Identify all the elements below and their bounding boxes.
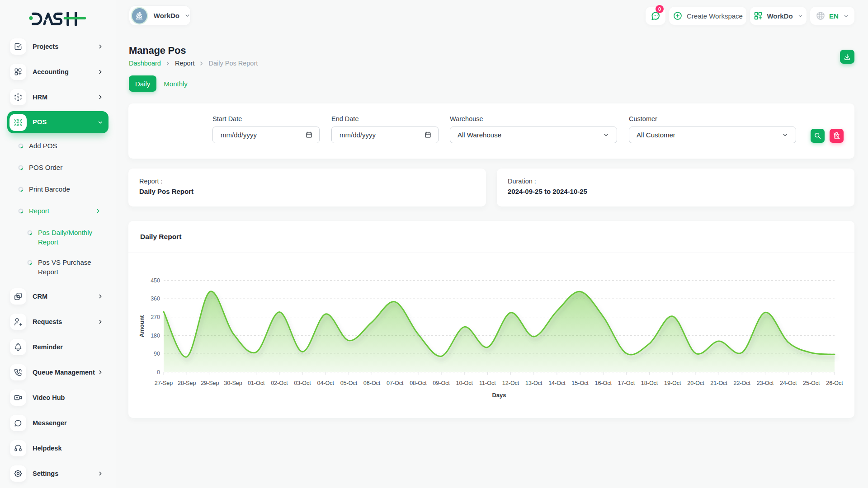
sidebar-item-queue-management[interactable]: Queue Management (0, 360, 116, 385)
phone-call-icon (10, 364, 26, 380)
svg-text:05-Oct: 05-Oct (340, 380, 358, 386)
workspace-switcher[interactable]: WorkDo (750, 7, 807, 25)
chart-card-header: Daily Report (128, 221, 854, 253)
cube-sphere-icon (10, 89, 26, 105)
svg-text:03-Oct: 03-Oct (294, 380, 311, 386)
ring-bullet-icon (18, 208, 24, 214)
settings-icon (10, 465, 26, 482)
svg-text:08-Oct: 08-Oct (410, 380, 427, 386)
chevron-right-icon (95, 208, 101, 214)
sidebar: Projects Accounting HRM POS Add POS (0, 0, 116, 488)
svg-text:06-Oct: 06-Oct (363, 380, 381, 386)
calendar-icon[interactable] (424, 131, 432, 139)
sidebar-item-requests[interactable]: Requests (0, 309, 116, 334)
start-date-label: Start Date (212, 115, 320, 122)
dash-logo[interactable] (29, 12, 86, 26)
customer-select[interactable]: All Customer (629, 127, 796, 143)
start-date-input[interactable]: mm/dd/yyyy (212, 127, 320, 143)
header-actions: 0 Create Workspace WorkDo EN (646, 7, 854, 25)
customer-value: All Customer (637, 131, 675, 139)
ring-bullet-icon (18, 143, 24, 149)
end-date-input[interactable]: mm/dd/yyyy (331, 127, 439, 143)
download-button[interactable] (840, 50, 854, 64)
breadcrumb-report[interactable]: Report (175, 60, 195, 67)
sidebar-item-add-pos[interactable]: Add POS (0, 135, 116, 157)
svg-text:16-Oct: 16-Oct (595, 380, 612, 386)
ring-bullet-icon (18, 165, 24, 170)
calendar-icon[interactable] (305, 131, 313, 139)
sidebar-item-accounting[interactable]: Accounting (0, 59, 116, 84)
chevron-down-icon (184, 13, 190, 19)
svg-text:11-Oct: 11-Oct (479, 380, 496, 386)
svg-text:07-Oct: 07-Oct (387, 380, 404, 386)
start-date-group: Start Date mm/dd/yyyy (212, 115, 320, 143)
breadcrumb-dashboard[interactable]: Dashboard (129, 60, 161, 67)
sidebar-item-projects[interactable]: Projects (0, 34, 116, 59)
chevron-right-icon (97, 69, 104, 75)
warehouse-value: All Warehouse (458, 131, 501, 139)
svg-text:09-Oct: 09-Oct (433, 380, 450, 386)
sidebar-item-pos-daily-monthly-report[interactable]: Pos Daily/Monthly Report (0, 223, 116, 251)
sidebar-item-video-hub[interactable]: Video Hub (0, 385, 116, 410)
duration-value: 2024-09-25 to 2024-10-25 (508, 188, 844, 195)
sidebar-item-print-barcode[interactable]: Print Barcode (0, 178, 116, 200)
svg-text:180: 180 (151, 333, 160, 339)
svg-text:29-Sep: 29-Sep (201, 380, 219, 386)
svg-text:30-Sep: 30-Sep (224, 380, 242, 386)
language-label: EN (829, 12, 839, 20)
breadcrumb: Dashboard Report Daily Pos Report (129, 60, 258, 67)
svg-text:02-Oct: 02-Oct (271, 380, 288, 386)
messages-badge: 0 (656, 5, 664, 13)
sidebar-item-hrm[interactable]: HRM (0, 84, 116, 110)
chevron-right-icon (97, 369, 104, 375)
customer-label: Customer (629, 115, 796, 122)
reset-button[interactable] (830, 129, 844, 143)
tab-daily[interactable]: Daily (129, 75, 156, 92)
circle-plus-icon (673, 11, 683, 21)
sidebar-item-pos[interactable]: POS (7, 111, 108, 133)
chevron-down-icon (843, 13, 849, 19)
svg-text:25-Oct: 25-Oct (803, 380, 820, 386)
user-plus-icon (10, 314, 26, 330)
sidebar-item-pos-vs-purchase-report[interactable]: Pos VS Purchase Report (0, 253, 116, 281)
sidebar-item-messenger[interactable]: Messenger (0, 410, 116, 436)
end-date-label: End Date (331, 115, 439, 122)
sidebar-item-crm[interactable]: CRM (0, 284, 116, 309)
message-circle-icon (10, 415, 26, 431)
sidebar-item-report[interactable]: Report (0, 200, 116, 222)
svg-text:20-Oct: 20-Oct (687, 380, 704, 386)
video-plus-icon (10, 389, 26, 406)
workspace-chip[interactable]: WorkDo (129, 5, 191, 26)
language-selector[interactable]: EN (810, 7, 854, 25)
svg-text:12-Oct: 12-Oct (502, 380, 519, 386)
tab-monthly[interactable]: Monthly (164, 75, 188, 92)
search-button[interactable] (811, 129, 825, 143)
warehouse-select[interactable]: All Warehouse (450, 127, 617, 143)
grid-dots-icon (9, 114, 27, 131)
globe-icon (816, 11, 826, 21)
breadcrumb-current: Daily Pos Report (208, 60, 258, 67)
chevron-down-icon (797, 13, 803, 19)
sidebar-item-settings[interactable]: Settings (0, 461, 116, 486)
filter-card: Start Date mm/dd/yyyy End Date mm/dd/yyy… (128, 103, 854, 159)
svg-text:10-Oct: 10-Oct (456, 380, 473, 386)
create-workspace-button[interactable]: Create Workspace (669, 7, 746, 25)
messages-button[interactable]: 0 (646, 7, 665, 25)
daily-report-chart-card: Daily Report 090180270360450 27-Sep28-Se… (128, 221, 854, 418)
report-value: Daily Pos Report (139, 188, 475, 195)
svg-text:27-Sep: 27-Sep (155, 380, 173, 386)
chevron-right-icon (97, 293, 104, 300)
sidebar-item-helpdesk[interactable]: Helpdesk (0, 436, 116, 461)
svg-text:Amount: Amount (138, 315, 145, 338)
workspace-name: WorkDo (154, 12, 179, 19)
svg-text:01-Oct: 01-Oct (248, 380, 265, 386)
daily-report-area-chart[interactable]: 090180270360450 27-Sep28-Sep29-Sep30-Sep… (128, 253, 854, 418)
create-workspace-label: Create Workspace (687, 12, 743, 20)
chevron-right-icon (97, 470, 104, 477)
checkbox-icon (10, 38, 26, 55)
warehouse-label: Warehouse (450, 115, 617, 122)
ring-bullet-icon (18, 187, 24, 192)
sidebar-item-reminder[interactable]: Reminder (0, 334, 116, 360)
duration-summary-card: Duration : 2024-09-25 to 2024-10-25 (497, 169, 854, 206)
sidebar-item-pos-order[interactable]: POS Order (0, 157, 116, 178)
